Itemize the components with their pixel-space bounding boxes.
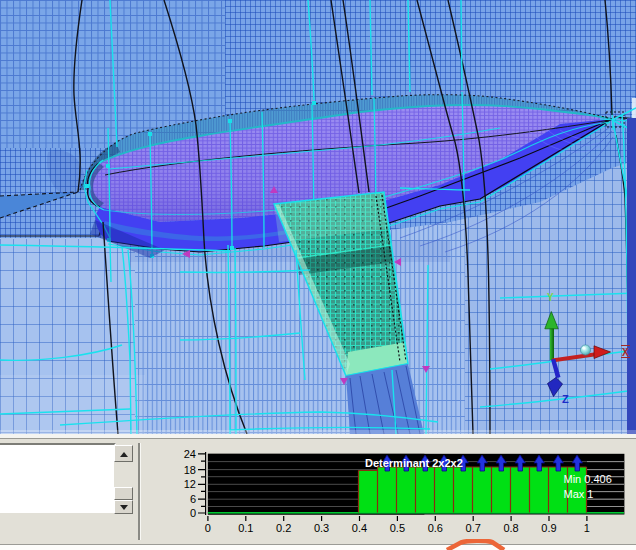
svg-text:18: 18 [184, 464, 196, 476]
svg-text:0.5: 0.5 [390, 522, 405, 534]
svg-text:Max 1: Max 1 [564, 488, 594, 500]
svg-text:Y: Y [547, 292, 554, 303]
svg-text:0.1: 0.1 [238, 522, 253, 534]
svg-text:0.8: 0.8 [503, 522, 518, 534]
svg-text:0.6: 0.6 [428, 522, 443, 534]
svg-text:0.9: 0.9 [541, 522, 556, 534]
svg-text:6: 6 [190, 493, 196, 505]
svg-text:0.3: 0.3 [314, 522, 329, 534]
svg-text:0.7: 0.7 [466, 522, 481, 534]
svg-text:0.4: 0.4 [352, 522, 367, 534]
svg-text:0: 0 [190, 507, 196, 519]
svg-text:Determinant 2x2x2: Determinant 2x2x2 [365, 457, 463, 469]
svg-text:1: 1 [584, 522, 590, 534]
svg-text:24: 24 [184, 448, 196, 460]
svg-text:0: 0 [205, 522, 211, 534]
svg-text:Min 0.406: Min 0.406 [564, 473, 612, 485]
svg-text:X: X [622, 347, 629, 358]
svg-text:0.2: 0.2 [276, 522, 291, 534]
svg-text:12: 12 [184, 478, 196, 490]
svg-text:Z: Z [562, 393, 569, 405]
